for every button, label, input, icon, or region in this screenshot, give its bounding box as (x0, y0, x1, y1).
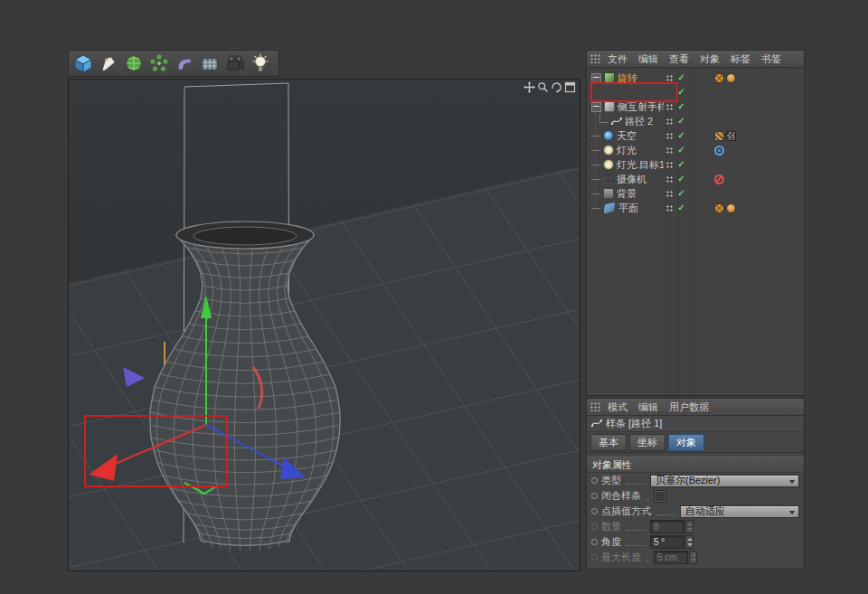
enable-check[interactable]: ✓ (675, 186, 687, 201)
menu-tags[interactable]: 标签 (725, 52, 756, 66)
phong-tag-icon[interactable] (726, 203, 736, 213)
interpolation-dropdown[interactable]: 自动适应 (680, 505, 799, 518)
menu-edit[interactable]: 编辑 (633, 401, 664, 414)
anim-toggle-icon[interactable] (591, 477, 598, 484)
menu-mode[interactable]: 模式 (602, 401, 633, 414)
close-spline-checkbox[interactable] (654, 490, 666, 503)
section-object-properties: 对象属性 (587, 457, 804, 473)
texture-tag-icon[interactable] (714, 203, 724, 213)
rotate-icon[interactable] (551, 81, 562, 93)
tree-tick (591, 150, 600, 151)
object-label[interactable]: 摄像机 (617, 173, 664, 186)
light-object-icon (603, 145, 614, 156)
object-label[interactable]: 路径 2 (625, 115, 664, 128)
cube-primitive-icon[interactable] (71, 52, 95, 75)
angle-input[interactable]: 5 ° (650, 535, 684, 549)
menu-view[interactable]: 查看 (664, 52, 694, 66)
bridge-grid-icon[interactable] (198, 52, 222, 75)
target-tag-icon[interactable] (714, 146, 724, 156)
plane-object-icon (603, 202, 616, 214)
toggle-view-icon[interactable] (564, 81, 576, 93)
enable-check[interactable]: ✓ (675, 201, 687, 215)
tree-tick (591, 136, 600, 137)
property-row-type: 类型 贝塞尔(Bezier) (587, 473, 804, 488)
enable-check[interactable]: ✓ (675, 157, 687, 172)
type-dropdown[interactable]: 贝塞尔(Bezier) (650, 475, 799, 487)
object-label[interactable]: 灯光 (617, 144, 664, 157)
enable-check[interactable]: ✓ (675, 128, 687, 143)
right-panels: 文件 编辑 查看 对象 标签 书签 旋转 ✓ (586, 50, 805, 570)
collapse-icon[interactable] (591, 102, 601, 112)
visibility-dots[interactable] (664, 147, 675, 154)
visibility-dots[interactable] (664, 205, 675, 212)
zoom-icon[interactable] (537, 81, 549, 93)
attribute-object-title: 样条 [路径 1] (606, 417, 662, 430)
main-toolbar (68, 50, 279, 77)
object-label[interactable]: 天空 (617, 129, 664, 143)
tree-row-light-target[interactable]: 灯光.目标1 ✓ (588, 157, 803, 172)
menu-bookmarks[interactable]: 书签 (756, 52, 787, 66)
tree-row-plane[interactable]: 平面 ✓ (588, 201, 803, 215)
compositing-tag-icon[interactable] (726, 131, 736, 141)
max-length-input: 5 cm (654, 551, 688, 564)
anim-toggle-icon[interactable] (591, 508, 598, 514)
enable-check[interactable]: ✓ (675, 114, 687, 128)
tab-basic[interactable]: 基本 (590, 434, 627, 451)
tree-tick (591, 179, 600, 180)
pan-icon[interactable] (524, 81, 535, 93)
visibility-dots[interactable] (664, 75, 675, 81)
tree-row-light[interactable]: 灯光 ✓ (588, 143, 803, 157)
anim-toggle-icon[interactable] (591, 493, 598, 499)
menu-objects[interactable]: 对象 (694, 52, 725, 66)
light-icon[interactable] (249, 52, 272, 75)
subdivision-sphere-icon[interactable] (122, 52, 146, 75)
viewport-3d[interactable] (68, 79, 580, 571)
property-row-number: 数量 8 (587, 519, 804, 534)
menu-file[interactable]: 文件 (602, 52, 633, 66)
protection-tag-icon[interactable] (714, 174, 724, 184)
dot-leader (646, 492, 649, 500)
property-label: 闭合样条 (601, 489, 641, 503)
texture-tag-icon[interactable] (714, 73, 724, 83)
object-label[interactable]: 背景 (617, 187, 664, 201)
tree-row-camera[interactable]: 摄像机 ✓ (588, 172, 803, 186)
phong-tag-icon[interactable] (726, 73, 736, 83)
spline-icon (591, 418, 602, 430)
dot-leader (626, 476, 646, 485)
object-label[interactable]: 灯光.目标1 (617, 158, 664, 172)
enable-check[interactable]: ✓ (675, 143, 687, 157)
visibility-dots[interactable] (664, 104, 675, 110)
tree-row-sky[interactable]: 天空 ✓ (588, 128, 803, 143)
tree-row-background[interactable]: 背景 ✓ (588, 186, 803, 201)
texture-tag-icon[interactable] (714, 131, 724, 141)
tree-row-path2[interactable]: 路径 2 ✓ (588, 114, 803, 128)
menu-edit[interactable]: 编辑 (633, 52, 664, 66)
property-row-angle: 角度 5 ° (587, 534, 804, 550)
desktop-background: 文件 编辑 查看 对象 标签 书签 旋转 ✓ (0, 0, 868, 594)
visibility-dots[interactable] (664, 118, 675, 125)
visibility-dots[interactable] (664, 191, 675, 197)
enable-check[interactable]: ✓ (675, 172, 687, 186)
visibility-dots[interactable] (664, 162, 675, 168)
camera-icon[interactable] (223, 52, 247, 75)
menu-userdata[interactable]: 用户数据 (664, 401, 714, 414)
tree-elbow (599, 114, 609, 123)
panel-grip-icon[interactable] (590, 54, 600, 63)
anim-toggle-icon (591, 523, 598, 530)
spline-pen-icon[interactable] (97, 52, 120, 75)
visibility-dots[interactable] (664, 176, 675, 183)
object-label[interactable]: 平面 (618, 202, 664, 215)
tab-coord[interactable]: 坐标 (629, 434, 665, 451)
angle-stepper[interactable] (685, 535, 693, 549)
annotation-box-gizmo (84, 415, 228, 487)
deformer-icon[interactable] (173, 52, 196, 75)
tab-object[interactable]: 对象 (668, 434, 704, 451)
anim-toggle-icon[interactable] (591, 539, 598, 545)
array-generator-icon[interactable] (147, 52, 171, 75)
object-tree: 旋转 ✓ 路径 1 ✓ (588, 68, 803, 394)
property-label: 数量 (601, 520, 621, 533)
collapse-icon[interactable] (591, 73, 601, 83)
panel-grip-icon[interactable] (590, 402, 600, 411)
scene-canvas (69, 80, 580, 570)
visibility-dots[interactable] (664, 133, 675, 139)
